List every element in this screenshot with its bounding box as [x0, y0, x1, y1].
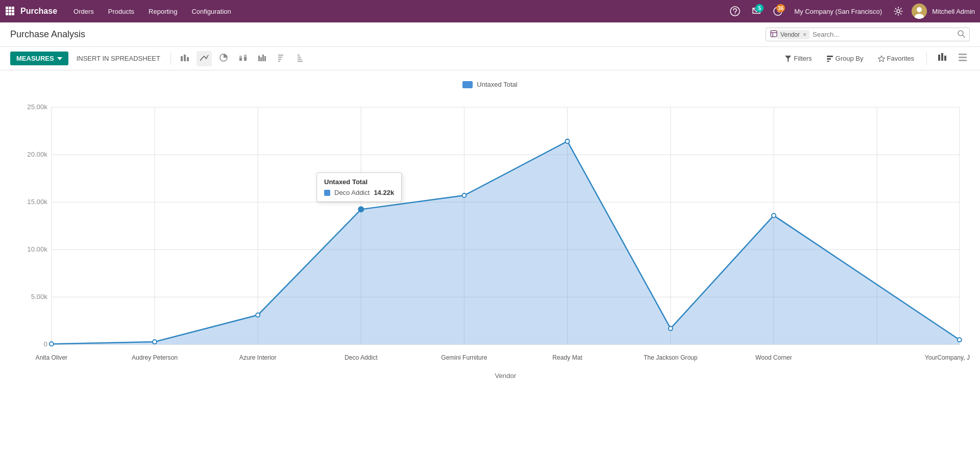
filters-button[interactable]: Filters [780, 53, 816, 64]
data-point-4[interactable] [462, 193, 466, 197]
groupby-button[interactable]: Group By [822, 53, 868, 64]
svg-rect-47 [941, 53, 943, 61]
svg-text:Audrey Peterson: Audrey Peterson [132, 354, 178, 361]
svg-rect-0 [6, 7, 8, 9]
svg-rect-29 [258, 56, 260, 61]
data-point-7[interactable] [772, 213, 776, 217]
svg-rect-25 [239, 58, 242, 61]
data-point-1[interactable] [153, 340, 157, 344]
search-submit-icon[interactable] [957, 30, 965, 39]
svg-text:Deco Addict: Deco Addict [345, 354, 378, 361]
measures-label: MEASURES [16, 55, 54, 62]
line-chart: 0 5.00k 10.00k 15.00k 20.00k 25.00k Anit… [10, 93, 970, 389]
search-input[interactable] [813, 31, 954, 38]
graph-view-btn[interactable] [935, 50, 949, 67]
svg-rect-1 [9, 7, 11, 9]
asc-sort-btn[interactable] [293, 51, 309, 66]
app-name[interactable]: Purchase [20, 7, 57, 16]
chart-fill-area [52, 141, 960, 344]
search-bar: Vendor × [766, 28, 970, 41]
search-tag-close[interactable]: × [803, 31, 806, 38]
svg-text:Vendor: Vendor [495, 372, 517, 380]
data-point-3[interactable] [358, 207, 363, 212]
favorites-button[interactable]: Favorites [874, 53, 918, 64]
search-tag-label: Vendor [780, 31, 800, 38]
menu-reporting[interactable]: Reporting [142, 5, 183, 18]
svg-point-10 [734, 14, 736, 15]
svg-rect-46 [938, 55, 940, 61]
toolbar-right: Filters Group By Favorites [780, 50, 970, 67]
svg-rect-31 [262, 55, 264, 61]
data-point-0[interactable] [50, 342, 54, 346]
svg-rect-2 [12, 7, 14, 9]
svg-text:5.00k: 5.00k [31, 293, 48, 300]
mini-bar-chart-btn[interactable] [255, 51, 270, 66]
line-chart-btn[interactable] [197, 51, 212, 66]
insert-spreadsheet-button[interactable]: INSERT IN SPREADSHEET [72, 52, 164, 65]
legend-label: Untaxed Total [477, 81, 517, 88]
grid-icon[interactable] [5, 6, 14, 17]
pie-chart-btn[interactable] [216, 51, 231, 66]
data-point-5[interactable] [566, 139, 570, 143]
svg-rect-23 [187, 57, 189, 61]
svg-rect-50 [959, 57, 967, 58]
menu-orders[interactable]: Orders [67, 5, 100, 18]
svg-text:Azure Interior: Azure Interior [239, 354, 277, 361]
bar-chart-btn[interactable] [177, 51, 192, 66]
avatar[interactable] [912, 4, 927, 19]
messages-icon-btn[interactable]: 5 [748, 3, 765, 19]
svg-text:15.00k: 15.00k [27, 198, 47, 206]
menu-products[interactable]: Products [102, 5, 140, 18]
topnav-right: 5 36 My Company (San Francisco) Mitchell… [727, 3, 975, 19]
data-point-8[interactable] [958, 338, 962, 342]
settings-icon-btn[interactable] [890, 3, 906, 19]
menu-configuration[interactable]: Configuration [185, 5, 237, 18]
search-tag[interactable]: Vendor × [777, 30, 810, 39]
filters-label: Filters [794, 55, 812, 62]
data-point-6[interactable] [669, 327, 673, 331]
main-content: Purchase Analysis Vendor × MEASURES INSE… [0, 22, 980, 452]
search-tag-icon [770, 30, 777, 39]
svg-text:YourCompany, Joel Willis: YourCompany, Joel Willis [925, 354, 970, 361]
subheader: Purchase Analysis Vendor × [0, 22, 980, 47]
svg-rect-49 [959, 54, 967, 55]
main-menu: Orders Products Reporting Configuration [67, 5, 237, 18]
svg-rect-32 [264, 56, 266, 61]
svg-rect-51 [959, 60, 967, 61]
svg-rect-4 [9, 10, 11, 12]
svg-rect-5 [12, 10, 14, 12]
desc-sort-btn[interactable] [274, 51, 289, 66]
svg-text:0: 0 [43, 340, 47, 348]
toolbar-separator-1 [170, 53, 171, 65]
svg-rect-42 [827, 56, 833, 57]
svg-rect-3 [6, 10, 8, 12]
svg-rect-16 [771, 31, 777, 37]
svg-text:10.00k: 10.00k [27, 245, 47, 253]
svg-text:Anita Oliver: Anita Oliver [36, 354, 68, 361]
chart-legend: Untaxed Total [10, 81, 970, 88]
svg-text:The Jackson Group: The Jackson Group [644, 354, 698, 361]
list-view-btn[interactable] [955, 50, 970, 67]
svg-rect-26 [239, 56, 242, 58]
measures-button[interactable]: MEASURES [10, 52, 68, 65]
svg-rect-44 [827, 61, 829, 62]
svg-marker-41 [785, 56, 791, 62]
svg-rect-7 [9, 13, 11, 15]
toolbar: MEASURES INSERT IN SPREADSHEET [0, 47, 980, 70]
svg-rect-30 [260, 57, 262, 61]
company-name[interactable]: My Company (San Francisco) [794, 8, 882, 15]
support-icon-btn[interactable] [727, 3, 743, 19]
stack-chart-btn[interactable] [235, 51, 251, 66]
svg-text:25.00k: 25.00k [27, 103, 47, 111]
data-point-2[interactable] [256, 313, 260, 317]
svg-text:Wood Corner: Wood Corner [755, 354, 792, 361]
favorites-label: Favorites [887, 55, 914, 62]
chart-area: Untaxed Total 0 5.00k 10 [0, 70, 980, 452]
activity-icon-btn[interactable]: 36 [770, 3, 786, 19]
svg-text:Gemini Furniture: Gemini Furniture [441, 354, 487, 361]
svg-marker-45 [878, 56, 885, 62]
svg-rect-48 [944, 56, 946, 61]
svg-rect-21 [181, 56, 183, 61]
svg-point-14 [917, 7, 922, 12]
svg-rect-6 [6, 13, 8, 15]
